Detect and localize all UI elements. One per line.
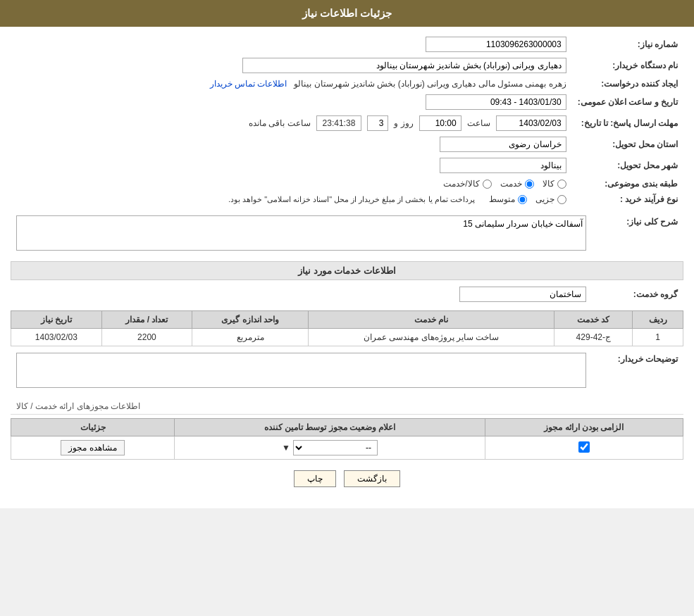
row-number: 1 <box>633 329 683 346</box>
purchase-motawaset-radio[interactable] <box>518 195 527 204</box>
remaining-days-input[interactable] <box>367 115 388 131</box>
buyer-notes-textarea[interactable] <box>16 353 586 388</box>
category-label: طبقه بندی موضوعی: <box>572 176 683 191</box>
back-button[interactable]: بازگشت <box>344 470 400 487</box>
col-row: ردیف <box>633 311 683 329</box>
col-service-code: کد خدمت <box>554 311 633 329</box>
purchase-type-options: جزیی متوسط پرداخت تمام یا بخشی از مبلغ خ… <box>11 191 572 207</box>
purchase-jozee-label: جزیی <box>535 194 554 204</box>
requester-text: زهره بهمنی مسئول مالی دهیاری ویرانی (نور… <box>294 79 566 89</box>
announce-input[interactable] <box>426 94 566 110</box>
announce-label: تاریخ و ساعت اعلان عمومی: <box>572 92 683 113</box>
info-table: شماره نیاز: نام دستگاه خریدار: ایجاد کنن… <box>11 34 683 207</box>
row-service-code: ج-42-429 <box>554 329 633 346</box>
purchase-motawaset-label: متوسط <box>489 194 515 204</box>
col-quantity: تعداد / مقدار <box>101 311 192 329</box>
description-label: شرح کلی نیاز: <box>592 213 683 256</box>
page-title: جزئیات اطلاعات نیاز <box>302 7 392 19</box>
service-group-value <box>11 284 592 305</box>
service-group-label: گروه خدمت: <box>592 284 683 305</box>
main-content: شماره نیاز: نام دستگاه خریدار: ایجاد کنن… <box>0 27 694 494</box>
deadline-value: ساعت روز و 23:41:38 ساعت باقی مانده <box>11 113 572 134</box>
need-number-label: شماره نیاز: <box>572 34 683 55</box>
perm-col-mandatory: الزامی بودن ارائه مجوز <box>485 419 683 436</box>
perm-mandatory-checkbox[interactable] <box>578 441 590 453</box>
purchase-type-label: نوع فرآیند خرید : <box>572 191 683 207</box>
perm-col-status: اعلام وضعیت مجوز توسط تامین کننده <box>175 419 485 436</box>
requester-value: زهره بهمنی مسئول مالی دهیاری ویرانی (نور… <box>11 76 572 92</box>
announce-value <box>11 92 572 113</box>
purchase-note: پرداخت تمام یا بخشی از مبلغ خریدار از مح… <box>228 195 475 204</box>
service-group-input[interactable] <box>459 287 586 302</box>
perm-status-cell: -- ▼ <box>175 436 485 460</box>
category-khadamat-radio[interactable] <box>525 180 534 189</box>
buyer-notes-value <box>11 350 592 393</box>
category-options: کالا خدمت کالا/خدمت <box>11 176 572 191</box>
permissions-table: الزامی بودن ارائه مجوز اعلام وضعیت مجوز … <box>11 418 683 460</box>
row-quantity: 2200 <box>101 329 192 346</box>
category-kala-khadamat-radio[interactable] <box>483 180 492 189</box>
description-table: شرح کلی نیاز: آسفالت خیابان سردار سلیمان… <box>11 213 683 256</box>
buyer-notes-label: توضیحات خریدار: <box>592 350 683 393</box>
province-value <box>11 134 572 155</box>
col-need-date: تاریخ نیاز <box>11 311 102 329</box>
permissions-section-title: اطلاعات مجوزهای ارائه خدمت / کالا <box>11 398 683 415</box>
category-khadamat-label: خدمت <box>500 179 522 189</box>
need-number-value <box>83 34 572 55</box>
col-service-name: نام خدمت <box>308 311 554 329</box>
buyer-org-input[interactable] <box>242 58 566 73</box>
perm-col-details: جزئیات <box>11 419 175 436</box>
table-row: 1 ج-42-429 ساخت سایر پروژه‌های مهندسی عم… <box>11 329 683 346</box>
col-unit: واحد اندازه گیری <box>192 311 309 329</box>
buyer-org-value <box>11 55 572 76</box>
category-kala-label: کالا <box>543 179 554 189</box>
perm-dropdown-icon: ▼ <box>282 443 290 453</box>
category-kala-radio[interactable] <box>557 180 566 189</box>
remaining-suffix: ساعت باقی مانده <box>249 118 311 128</box>
purchase-jozee-radio[interactable] <box>557 195 566 204</box>
description-textarea[interactable]: آسفالت خیابان سردار سلیمانی 15 <box>16 215 586 251</box>
page-wrapper: جزئیات اطلاعات نیاز شماره نیاز: نام دستگ… <box>0 0 694 508</box>
province-input[interactable] <box>440 137 566 152</box>
city-label: شهر محل تحویل: <box>572 155 683 176</box>
services-section-title: اطلاعات خدمات مورد نیاز <box>11 261 683 280</box>
city-value <box>11 155 572 176</box>
buyer-org-label: نام دستگاه خریدار: <box>572 55 683 76</box>
row-service-name: ساخت سایر پروژه‌های مهندسی عمران <box>308 329 554 346</box>
contact-link[interactable]: اطلاعات تماس خریدار <box>210 79 287 89</box>
description-value: آسفالت خیابان سردار سلیمانی 15 <box>11 213 592 256</box>
row-unit: مترمربع <box>192 329 309 346</box>
deadline-date-input[interactable] <box>496 115 566 131</box>
bottom-buttons: بازگشت چاپ <box>11 470 683 487</box>
deadline-label: مهلت ارسال پاسخ: تا تاریخ: <box>572 113 683 134</box>
services-data-table: ردیف کد خدمت نام خدمت واحد اندازه گیری ت… <box>11 310 683 346</box>
remaining-time-box: 23:41:38 <box>316 115 362 131</box>
need-number-input[interactable] <box>426 37 566 52</box>
permissions-row: -- ▼ مشاهده مجوز <box>11 436 683 460</box>
category-kala-khadamat-label: کالا/خدمت <box>443 179 479 189</box>
remaining-label: روز و <box>394 118 413 128</box>
view-permit-button[interactable]: مشاهده مجوز <box>61 440 124 455</box>
requester-label: ایجاد کننده درخواست: <box>572 76 683 92</box>
deadline-time-label: ساعت <box>467 118 490 128</box>
deadline-time-input[interactable] <box>419 115 461 131</box>
row-need-date: 1403/02/03 <box>11 329 102 346</box>
perm-status-select[interactable]: -- <box>293 440 378 455</box>
service-group-table: گروه خدمت: <box>11 284 683 305</box>
perm-mandatory-cell <box>485 436 683 460</box>
print-button[interactable]: چاپ <box>294 470 336 487</box>
perm-details-cell: مشاهده مجوز <box>11 436 175 460</box>
city-input[interactable] <box>440 158 566 173</box>
province-label: استان محل تحویل: <box>572 134 683 155</box>
buyer-notes-table: توضیحات خریدار: <box>11 350 683 393</box>
page-header: جزئیات اطلاعات نیاز <box>0 0 694 27</box>
